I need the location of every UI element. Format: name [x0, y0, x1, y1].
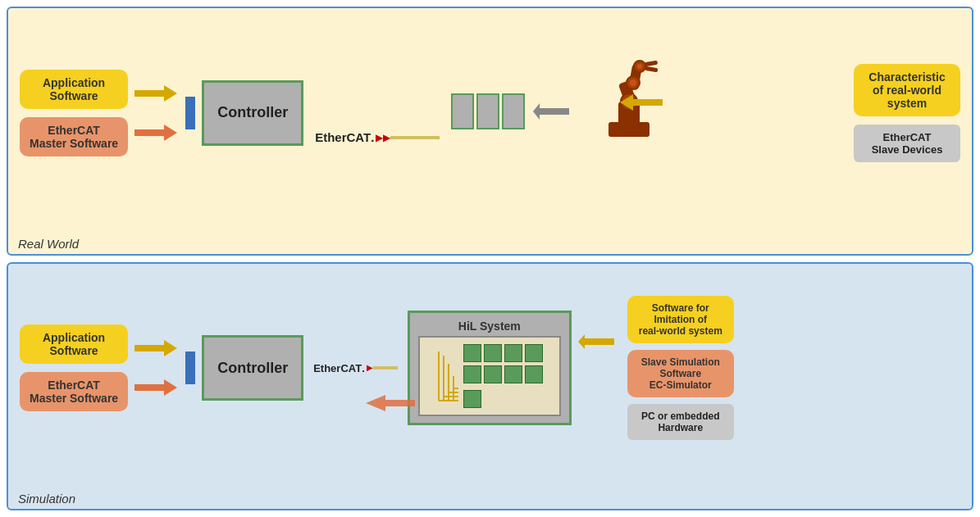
hil-slave-3 — [504, 344, 522, 362]
simulation-panel: ApplicationSoftware EtherCATMaster Softw… — [7, 262, 973, 511]
salmon-arrow-top — [134, 123, 177, 143]
left-arrows-top — [134, 84, 177, 143]
ethercat-master-top: EtherCATMaster Software — [20, 117, 128, 156]
svg-marker-28 — [366, 395, 415, 411]
svg-marker-18 — [134, 379, 177, 396]
app-software-bottom: ApplicationSoftware — [20, 324, 128, 364]
slave-box-2 — [476, 93, 499, 129]
yellow-arrow-to-hil — [578, 333, 614, 351]
hil-slave-4 — [525, 344, 543, 362]
controller-label-top: Controller — [217, 104, 288, 121]
hil-slave-7 — [504, 365, 522, 383]
hil-slave-8 — [525, 365, 543, 383]
bottom-left-group: ApplicationSoftware EtherCATMaster Softw… — [20, 324, 128, 411]
svg-rect-14 — [645, 60, 659, 66]
slave-sim-box: Slave SimulationSoftwareEC-Simulator — [627, 350, 734, 397]
slave-area-top — [451, 93, 525, 133]
hil-system-box: HiL System — [408, 311, 572, 425]
app-software-top: ApplicationSoftware — [20, 70, 128, 109]
svg-marker-0 — [134, 85, 177, 102]
yellow-arrow-bottom — [134, 338, 177, 358]
ethercat-master-bottom: EtherCATMaster Software — [20, 372, 128, 411]
ethercat-area-top: EtherCAT. ▶▶ — [315, 81, 440, 144]
svg-rect-15 — [645, 66, 659, 72]
ethercat-line-svg-top — [390, 135, 440, 140]
left-arrows-bottom — [134, 338, 177, 397]
svg-point-13 — [637, 64, 642, 69]
controller-bottom: Controller — [202, 335, 303, 401]
ethercat-line-top: EtherCAT. ▶▶ — [315, 130, 440, 144]
simulation-label: Simulation — [18, 492, 75, 506]
yellow-arrow-top — [134, 84, 177, 103]
gray-left-arrow-top — [533, 102, 569, 121]
hil-title: HiL System — [458, 320, 521, 333]
slave-box-3 — [502, 93, 525, 129]
slave-box-1 — [451, 93, 474, 129]
blue-connector-bottom — [185, 351, 195, 384]
ethercat-brand-bottom: EtherCAT. ▶ — [313, 362, 373, 374]
right-labels-bottom: Software forImitation ofreal-world syste… — [627, 296, 734, 440]
characteristic-box: Characteristicof real-worldsystem — [854, 64, 960, 116]
hil-slave-grid — [463, 344, 543, 408]
svg-rect-19 — [373, 366, 398, 370]
slave-boxes-top — [451, 93, 525, 129]
hil-slave-1 — [463, 344, 481, 362]
hil-slave-9 — [463, 390, 481, 408]
ethercat-hil-svg — [373, 365, 398, 370]
svg-point-11 — [630, 79, 636, 86]
right-labels-top: Characteristicof real-worldsystem EtherC… — [854, 64, 960, 162]
software-imitation-box: Software forImitation ofreal-world syste… — [627, 296, 734, 343]
controller-label-bottom: Controller — [217, 360, 288, 377]
slave-devices-label-top: EtherCATSlave Devices — [854, 125, 960, 162]
hil-slave-2 — [484, 344, 502, 362]
pc-hardware-box: PC or embeddedHardware — [627, 404, 734, 440]
salmon-into-hil — [366, 393, 415, 413]
svg-marker-1 — [134, 125, 177, 141]
hil-inner-area — [418, 336, 561, 416]
blue-connector-top — [185, 97, 195, 129]
ethercat-hil-line: EtherCAT. ▶ — [313, 362, 398, 374]
real-world-label: Real World — [18, 237, 79, 251]
yellow-to-hil-area — [578, 333, 614, 354]
gray-arrow-slaves-top — [533, 102, 569, 125]
svg-marker-17 — [134, 340, 177, 356]
real-world-panel: ApplicationSoftware EtherCATMaster Softw… — [7, 7, 973, 256]
controller-top: Controller — [202, 80, 303, 146]
hil-slave-6 — [484, 365, 502, 383]
robot-characteristic-area — [584, 57, 682, 170]
yellow-arrow-to-robot — [620, 93, 663, 112]
svg-marker-29 — [578, 334, 614, 349]
hil-slave-5 — [463, 365, 481, 383]
svg-marker-3 — [533, 103, 569, 120]
svg-marker-16 — [620, 94, 663, 111]
svg-rect-2 — [390, 136, 440, 139]
salmon-arrow-bottom — [134, 378, 177, 397]
ethercat-brand-top: EtherCAT. ▶▶ — [315, 130, 390, 144]
top-left-group: ApplicationSoftware EtherCATMaster Softw… — [20, 70, 128, 156]
hil-wires-svg — [435, 343, 460, 409]
